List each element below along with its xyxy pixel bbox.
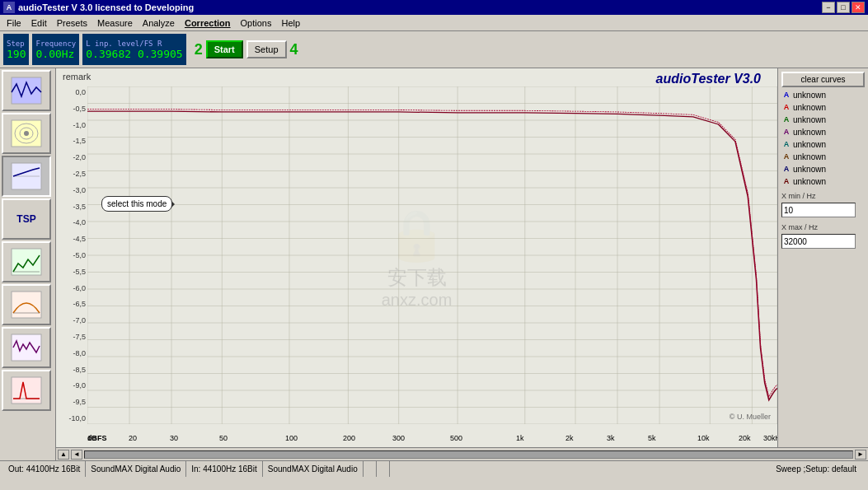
menu-file[interactable]: File [2,16,26,30]
status-mode-text: Sweep ;Setup: default [776,464,856,474]
level-value: 0.39682 0.39905 [86,48,182,60]
x-label-10: 10 [87,434,96,442]
menu-edit[interactable]: Edit [26,16,52,30]
top-info-bar: Step 190 Frequency 0.00Hz L inp. level/F… [0,31,868,68]
waveform-icon [10,76,43,105]
badge-2: 2 [195,41,203,58]
menu-options[interactable]: Options [236,16,277,30]
chart-svg [87,86,777,424]
legend-item-1[interactable]: A unknown [781,102,865,112]
x-label-1k: 1k [516,434,524,442]
toolbar-btn-waveform[interactable] [2,70,51,111]
freq-value: 0.00Hz [35,48,76,60]
legend-label-1: unknown [793,103,826,112]
tsp-label: TSP [16,213,35,225]
x-label-100: 100 [285,434,298,442]
svg-point-4 [24,131,29,136]
legend-item-7[interactable]: A unknown [781,176,865,186]
impulse-icon [10,376,43,405]
x-label-200: 200 [343,434,355,442]
scroll-right-button[interactable]: ► [855,450,866,460]
legend-item-0[interactable]: A unknown [781,90,865,100]
chart-title: audioTester V3.0 [656,72,761,86]
y-label-9: -4,5 [73,235,86,243]
filter-icon [10,290,43,320]
y-label-18: -9,0 [73,381,86,390]
close-button[interactable]: ✕ [852,2,865,13]
status-indicator-2 [377,461,390,477]
step-value: 190 [7,48,26,60]
badge-4: 4 [290,41,298,58]
menu-measure[interactable]: Measure [92,16,138,30]
start-button[interactable]: Start [206,40,243,58]
menu-help[interactable]: Help [276,16,305,30]
legend-color-6: A [781,164,791,174]
x-label-2k: 2k [565,434,574,442]
title-icon: A [3,2,15,13]
eq-icon [10,161,43,191]
status-out: Out: 44100Hz 16Bit [3,461,86,477]
y-label-11: -5,5 [73,268,86,276]
status-device-out: SoundMAX Digital Audio [86,461,186,477]
status-device-in: SoundMAX Digital Audio [263,461,364,477]
status-bar: Out: 44100Hz 16Bit SoundMAX Digital Audi… [0,460,868,477]
tooltip-bubble: select this mode [101,196,172,212]
legend-item-2[interactable]: A unknown [781,114,865,124]
menu-correction[interactable]: Correction [180,16,236,30]
left-toolbar: TSP [0,68,56,460]
x-axis-row: dBFS 10 20 30 50 100 200 300 500 1k 2k 3… [87,434,777,442]
x-label-10k: 10k [697,434,710,442]
menu-presets[interactable]: Presets [52,16,92,30]
y-label-0: 0,0 [75,88,86,96]
legend-item-3[interactable]: A unknown [781,127,865,137]
speaker-icon [10,119,43,148]
maximize-button[interactable]: □ [837,2,850,13]
y-label-20: -10,0 [68,414,86,422]
legend-label-0: unknown [793,91,826,100]
legend-item-6[interactable]: A unknown [781,164,865,174]
y-label-1: -0,5 [73,105,86,113]
x-label-500: 500 [450,434,462,442]
toolbar-btn-spectrum[interactable] [2,241,51,282]
scroll-track[interactable] [84,450,853,459]
app-title: audioTester V 3.0 licensed to Developing [18,2,194,12]
legend-label-4: unknown [793,140,826,149]
legend-item-5[interactable]: A unknown [781,152,865,161]
window-controls: − □ ✕ [822,2,865,13]
x-min-input[interactable] [781,203,856,217]
x-label-30: 30 [170,434,178,442]
level-label: L inp. level/FS R [86,40,182,48]
y-label-14: -7,0 [73,316,86,324]
toolbar-btn-tsp[interactable]: TSP [2,198,51,240]
legend-label-7: unknown [793,177,826,186]
chart-copyright: © U. Mueller [730,413,771,421]
y-label-15: -7,5 [73,333,86,341]
menu-analyze[interactable]: Analyze [138,16,180,30]
y-label-16: -8,0 [73,349,86,357]
toolbar-btn-noise[interactable] [2,327,51,368]
x-label-20k: 20k [739,434,751,442]
setup-button[interactable]: Setup [246,40,287,58]
legend-color-7: A [781,176,791,186]
y-label-12: -6,0 [73,284,86,292]
toolbar-btn-speaker[interactable] [2,113,51,154]
scroll-left-button[interactable]: ◄ [71,450,82,460]
y-label-19: -9,5 [73,398,86,406]
legend-item-4[interactable]: A unknown [781,139,865,149]
toolbar-btn-impulse[interactable] [2,370,51,411]
scroll-up-button[interactable]: ▲ [58,450,69,460]
y-label-5: -2,5 [73,170,86,178]
svg-rect-9 [12,292,41,318]
y-label-8: -4,0 [73,218,86,226]
minimize-button[interactable]: − [822,2,835,13]
status-out-text: Out: 44100Hz 16Bit [8,464,80,474]
clear-curves-button[interactable]: clear curves [781,72,865,87]
h-scroll: ▲ ◄ ► [56,447,868,460]
content-area: remark audioTester V3.0 select this mode [56,68,868,460]
x-label-3k: 3k [607,434,615,442]
toolbar-btn-filter[interactable] [2,284,51,325]
spectrum-icon [10,247,43,277]
y-label-6: -3,0 [73,186,86,194]
x-max-input[interactable] [781,234,856,249]
toolbar-btn-eq[interactable] [2,156,51,197]
